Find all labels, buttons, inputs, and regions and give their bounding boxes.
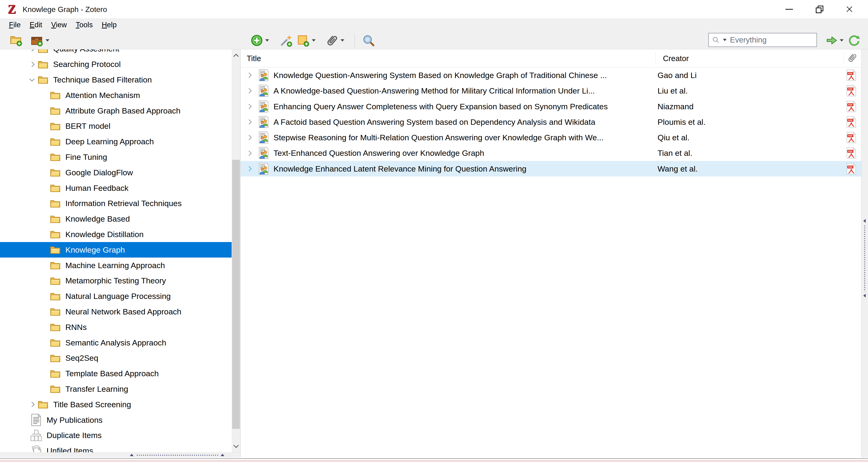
splitter-arrow-icon: [221, 454, 224, 456]
collection-row[interactable]: Attribute Graph Based Approach: [0, 103, 231, 119]
collection-row[interactable]: Transfer Learning: [0, 381, 231, 397]
scrollbar-thumb[interactable]: [232, 160, 240, 429]
menu-help[interactable]: Help: [101, 21, 117, 29]
folder-icon: [50, 261, 61, 270]
collection-row[interactable]: Semantic Analysis Appraoch: [0, 335, 231, 351]
expand-arrow-icon[interactable]: [29, 49, 35, 52]
item-attachment-pdf: PDF: [846, 147, 856, 161]
new-item-dropdown-icon[interactable]: [265, 39, 269, 42]
collection-row[interactable]: Knowlege Graph: [0, 242, 231, 258]
expand-arrow-icon[interactable]: [246, 120, 252, 125]
expand-arrow-icon[interactable]: [29, 402, 35, 407]
collection-row[interactable]: Human Feedback: [0, 180, 231, 196]
menu-file[interactable]: File: [9, 21, 21, 29]
collection-row[interactable]: My Publications: [0, 412, 231, 428]
locate-button[interactable]: [826, 35, 843, 46]
search-scope-dropdown-icon[interactable]: [723, 39, 727, 41]
item-title: Knowledge Enhanced Latent Relevance Mini…: [274, 164, 650, 173]
scroll-up-button[interactable]: [231, 51, 240, 61]
item-pane-splitter[interactable]: [861, 49, 868, 458]
sidebar-scrollbar[interactable]: [231, 49, 240, 458]
expand-arrow-icon[interactable]: [246, 151, 252, 156]
collection-row[interactable]: Template Based Approach: [0, 366, 231, 381]
add-attachment-button[interactable]: [326, 34, 344, 47]
item-row[interactable]: Knowledge Question-Answering System Base…: [241, 67, 861, 83]
item-creator: Qiu et al.: [657, 133, 689, 142]
collection-row[interactable]: Title Based Screening: [0, 397, 231, 412]
collection-label: Attribute Graph Based Approach: [65, 106, 181, 115]
collection-label: Knowlege Graph: [65, 245, 125, 255]
sync-button[interactable]: [848, 34, 860, 46]
expand-arrow-icon[interactable]: [246, 73, 252, 78]
quick-search-input[interactable]: Everything: [708, 33, 817, 47]
collection-row[interactable]: Duplicate Items: [0, 428, 231, 443]
new-collection-icon: [10, 35, 23, 46]
title-bar: Z Knowlege Graph - Zotero: [0, 0, 868, 18]
svg-text:PDF: PDF: [848, 88, 852, 91]
item-title: A Knowledge-based Question-Answering Met…: [274, 86, 650, 95]
expand-arrow-icon[interactable]: [246, 88, 252, 94]
close-button[interactable]: [836, 0, 863, 18]
collection-row[interactable]: Google DialogFlow: [0, 165, 231, 180]
new-item-button[interactable]: [251, 34, 269, 46]
folder-icon: [50, 137, 61, 146]
new-note-icon: [297, 34, 309, 46]
item-row[interactable]: A Knowledge-based Question-Answering Met…: [241, 83, 861, 98]
duplicates-icon: [30, 429, 42, 441]
collection-row[interactable]: Information Retrieval Techniques: [0, 196, 231, 211]
collection-row[interactable]: Searching Protocol: [0, 57, 231, 72]
item-row[interactable]: Enhancing Query Answer Completeness with…: [241, 99, 861, 114]
twisty-box: [26, 403, 38, 406]
collection-row[interactable]: Knowledge Distillation: [0, 227, 231, 242]
tag-selector-splitter[interactable]: [0, 453, 240, 458]
expand-arrow-icon[interactable]: [246, 104, 252, 109]
add-item-by-identifier-button[interactable]: [279, 34, 292, 47]
collection-row[interactable]: Knowledge Based: [0, 211, 231, 227]
collection-row[interactable]: BERT model: [0, 119, 231, 134]
folder-icon: [50, 369, 61, 378]
add-attachment-dropdown-icon[interactable]: [341, 39, 344, 42]
item-row[interactable]: Text-Enhanced Question Answering over Kn…: [241, 145, 861, 161]
collection-row[interactable]: Natural Language Processing: [0, 289, 231, 304]
column-header-attachment[interactable]: [847, 53, 857, 65]
advanced-search-button[interactable]: [362, 34, 375, 47]
collection-row[interactable]: Deep Learning Approach: [0, 134, 231, 149]
collection-row[interactable]: Neural Network Based Approach: [0, 304, 231, 320]
new-collection-button[interactable]: [10, 35, 23, 46]
collapse-arrow-icon[interactable]: [29, 76, 35, 82]
new-library-button[interactable]: [30, 34, 50, 46]
expand-arrow-icon[interactable]: [29, 62, 35, 67]
collection-label: Metamorphic Testing Theory: [65, 276, 166, 285]
item-row[interactable]: Knowledge Enhanced Latent Relevance Mini…: [241, 161, 861, 176]
collection-row[interactable]: Attention Mechanism: [0, 88, 231, 103]
menu-tools[interactable]: Tools: [76, 21, 93, 29]
locate-dropdown-icon[interactable]: [840, 39, 843, 42]
column-header-title[interactable]: Title: [247, 54, 261, 63]
collection-row[interactable]: Machine Learning Approach: [0, 258, 231, 273]
item-row[interactable]: A Factoid based Question Answering Syste…: [241, 114, 861, 130]
column-separator[interactable]: [655, 51, 656, 65]
collection-row[interactable]: Fine Tuning: [0, 149, 231, 165]
menu-view[interactable]: View: [51, 21, 67, 29]
collection-row[interactable]: RNNs: [0, 319, 231, 335]
collection-row[interactable]: Seq2Seq: [0, 351, 231, 366]
menu-edit[interactable]: Edit: [30, 21, 42, 29]
expand-arrow-icon[interactable]: [246, 166, 252, 171]
column-separator[interactable]: [843, 51, 844, 65]
collection-label: Natural Language Processing: [65, 292, 171, 301]
minimize-button[interactable]: [776, 0, 802, 18]
new-note-button[interactable]: [297, 34, 316, 46]
restore-button[interactable]: [806, 0, 833, 18]
collection-row[interactable]: Technique Based Filteration: [0, 72, 231, 88]
folder-icon: [50, 183, 61, 193]
new-library-dropdown-icon[interactable]: [45, 39, 50, 42]
twisty-box: [244, 114, 254, 130]
scroll-down-button[interactable]: [231, 441, 240, 451]
column-header-creator[interactable]: Creator: [663, 54, 689, 63]
sync-icon: [848, 34, 860, 46]
item-row[interactable]: Stepwise Reasoning for Multi-Relation Qu…: [241, 130, 861, 145]
collection-row[interactable]: Metamorphic Testing Theory: [0, 273, 231, 289]
new-note-dropdown-icon[interactable]: [312, 39, 316, 42]
collection-row[interactable]: Quality Assesment: [0, 49, 231, 57]
expand-arrow-icon[interactable]: [246, 135, 252, 140]
